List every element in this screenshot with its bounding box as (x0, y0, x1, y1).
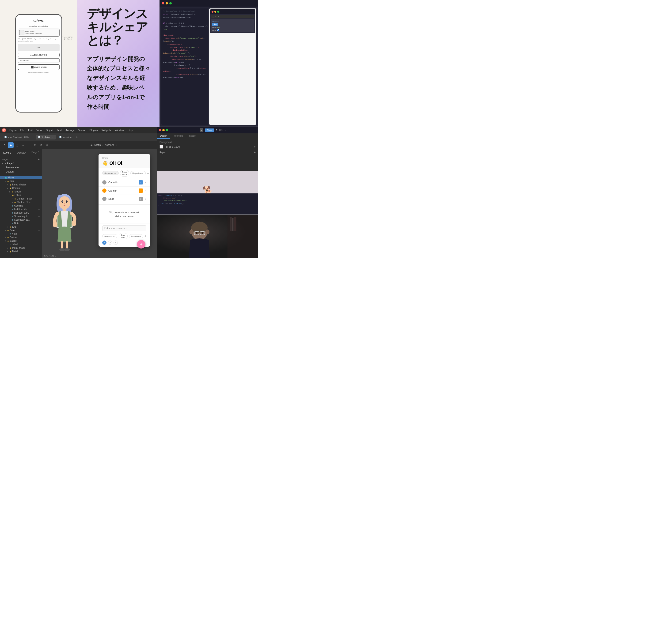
layer-list-item-title[interactable]: ▸ T List Item title — (0, 208, 42, 211)
color-row: F5F3F5 100% 👁 (159, 145, 256, 149)
svg-rect-13 (66, 241, 68, 249)
figma-app: F Figma File Edit View Object Text Arran… (0, 127, 157, 258)
tool-rotate[interactable]: ↺ (38, 142, 44, 148)
minimize-dot (166, 2, 168, 4)
menu-window[interactable]: Window (115, 129, 124, 132)
app-tab-drugstore[interactable]: Drug store (120, 170, 129, 176)
tab-design[interactable]: Design (157, 133, 170, 139)
menu-figma[interactable]: Figma (9, 129, 17, 132)
svg-point-22 (191, 222, 208, 234)
layer-label[interactable]: ▸ T Label (0, 243, 42, 246)
layers-tab[interactable]: Layers (2, 151, 12, 154)
export-add-btn[interactable]: + (254, 150, 256, 154)
layer-item-master[interactable]: ▸ ◈ Item / Master (0, 183, 42, 186)
svg-rect-18 (230, 217, 231, 231)
sketch-map-note: ブラウザが位置 情報を押したら (60, 36, 73, 40)
layer-item[interactable]: ▸ ◈ Item (0, 179, 42, 183)
tool-pen[interactable]: ✏ (44, 142, 50, 148)
menu-file[interactable]: File (20, 129, 25, 132)
page-num-1[interactable]: 1 (102, 241, 106, 245)
color-swatch[interactable] (159, 145, 163, 149)
layer-media[interactable]: ▸ ◈ Media (0, 190, 42, 194)
tab-yoshii-2[interactable]: 📄 Yoshii.m (57, 135, 74, 139)
new-tab-btn[interactable]: + (76, 135, 78, 139)
layer-button[interactable]: ▸ ◈ Button (0, 236, 42, 239)
layer-lattes[interactable]: ▾ ◈ Lattes (0, 194, 42, 197)
add-tab-btn[interactable]: + (147, 171, 149, 175)
footer-tab-drugstore[interactable]: Drug store (119, 233, 128, 239)
menu-text[interactable]: Text (57, 129, 62, 132)
play-btn[interactable]: ▶ (216, 128, 218, 132)
menu-view[interactable]: View (36, 129, 42, 132)
figma-logo[interactable]: F (2, 128, 6, 132)
menu-plugins[interactable]: Plugins (89, 129, 98, 132)
sketch-description: Follow [COOL TRUCK] and get notified whe… (18, 38, 60, 42)
menu-help[interactable]: Help (128, 129, 133, 132)
tool-components[interactable]: ⊞ (32, 142, 38, 148)
fab-button[interactable]: + (137, 240, 145, 249)
layer-list-item-sub[interactable]: ▸ T List Item sub... — (0, 211, 42, 215)
layer-home[interactable]: ▾ ▣ Home (0, 176, 42, 179)
figma-main: Layers Assets* Page 1 Pages + ▸ ✓ Page 1 (0, 149, 157, 258)
tab-ionic[interactable]: 📄 Ionic 6 Material UI Kit (Community) (C… (2, 135, 35, 139)
page-design[interactable]: Design (2, 169, 40, 174)
close-dot-right (159, 129, 162, 131)
reminder-input[interactable] (102, 225, 146, 231)
page-presentation[interactable]: Presentation (2, 165, 40, 169)
menu-vector[interactable]: Vector (78, 129, 86, 132)
layer-detail-p[interactable]: ▸ ◈ Detail p... (0, 250, 42, 253)
menu-widgets[interactable]: Widgets (102, 129, 111, 132)
svg-point-29 (202, 232, 203, 234)
tab-inspect[interactable]: Inspect (186, 133, 199, 139)
tool-move[interactable]: ↖ (2, 142, 7, 148)
menu-edit[interactable]: Edit (28, 129, 33, 132)
footer-tab-supermarket[interactable]: Supermarket (102, 234, 117, 238)
tool-text[interactable]: T (26, 142, 32, 148)
layer-content[interactable]: ▸ ◈ Content (0, 186, 42, 190)
svg-point-28 (196, 232, 198, 234)
page-1[interactable]: ✓ Page 1 (4, 162, 14, 165)
svg-point-27 (206, 230, 209, 234)
figma-canvas[interactable]: Home 👋 Oi! Oi! Supermarket Drug store De… (42, 149, 157, 258)
layer-badge[interactable]: ▾ ◈ Badge (0, 239, 42, 243)
layer-content-end[interactable]: ▸ ◈ Content / End (0, 201, 42, 204)
app-tab-supermarket[interactable]: Supermarket (102, 171, 119, 175)
main-description: アプリデザイン開発の全体的なプロセスと様々なデザインスキルを経験するため、趣味レ… (87, 54, 150, 112)
main-title: デザインスキルシェアとは？ (87, 7, 150, 47)
tab-prototype[interactable]: Prototype (170, 133, 186, 139)
svg-point-7 (67, 201, 67, 202)
layer-overline[interactable]: ▸ T Overline — (0, 204, 42, 208)
page-num-2[interactable]: 2 (108, 241, 112, 245)
right-top-section: デザインスキルシェアとは？ アプリデザイン開発の全体的なプロセスと様々なデザイン… (78, 0, 258, 127)
layer-secondary-2[interactable]: ▸ T Secondary te... — (0, 218, 42, 222)
share-btn[interactable]: Share (205, 128, 214, 132)
layer-secondary-1[interactable]: ▸ T Secondary te... — (0, 215, 42, 218)
code-panel: // GroupsPage.3 M GroupsModel const [isS… (159, 0, 258, 127)
sketch-footer: No registration, no spam, no bother. (18, 72, 60, 73)
tab-yoshii-active[interactable]: 📄 Yoshii.m ✕ (36, 135, 56, 139)
tool-select[interactable]: ▶ (8, 142, 14, 148)
layer-end[interactable]: ▸ ◈ End (0, 225, 42, 229)
menu-object[interactable]: Object (46, 129, 53, 132)
layer-note-2[interactable]: ▸ T Note (0, 232, 42, 236)
breadcrumb: IMG_4181 1 (44, 255, 56, 257)
layer-note[interactable]: ▸ T Note (0, 222, 42, 225)
page-num-3[interactable]: 3 (114, 241, 118, 245)
add-page-btn[interactable]: + (38, 157, 40, 161)
visibility-toggle[interactable]: 👁 (253, 145, 256, 148)
layer-content-start[interactable]: ▸ ◈ Content / Start (0, 197, 42, 201)
svg-point-5 (66, 201, 68, 203)
zoom-chevron[interactable]: ▾ (225, 129, 226, 131)
layer-select[interactable]: ▸ ◈ Select — (0, 229, 42, 232)
footer-add-btn[interactable]: + (144, 234, 146, 238)
assets-tab[interactable]: Assets* (16, 151, 27, 154)
svg-rect-19 (232, 218, 233, 231)
tool-rect[interactable]: ⬚ (14, 142, 20, 148)
app-tab-department[interactable]: Department (130, 171, 146, 175)
tool-circle[interactable]: ○ (20, 142, 26, 148)
menu-arrange[interactable]: Arrange (66, 129, 75, 132)
figma-right-panel: Y Share ▶ 28% ▾ Design Prototype Inspect… (157, 127, 258, 171)
page-label: Page 1 (31, 151, 40, 154)
layer-menu-sharp[interactable]: ▸ ◈ menu-sharp (0, 246, 42, 250)
footer-tab-department[interactable]: Department (129, 234, 143, 238)
